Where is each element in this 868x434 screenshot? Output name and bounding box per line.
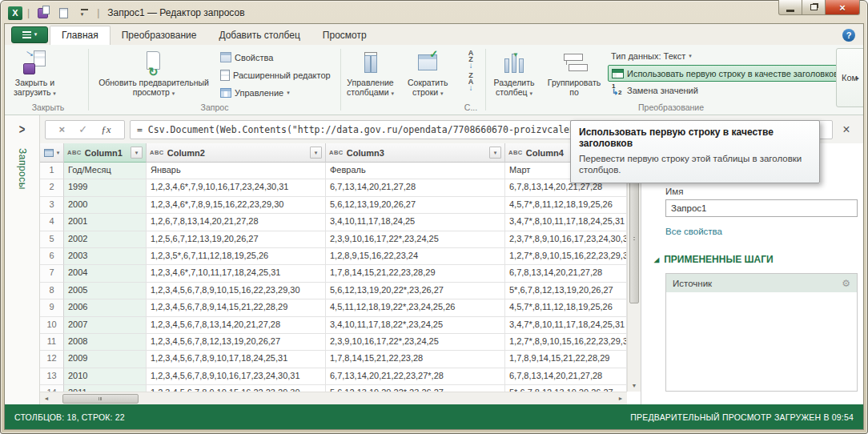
cell-column4[interactable]: 2,3,7*,8,9,10,16,17,23,24,30,31 <box>505 231 627 248</box>
cell-column2[interactable]: 1,2,3,4,5,6,7,8,9,10,15,16,22,23,29,30 <box>147 283 326 299</box>
cell-column4[interactable]: 1,2,7*,8,9,10,15,16,22,23,29,30 <box>505 334 627 351</box>
horizontal-scrollbar[interactable]: ◄ ► <box>40 392 627 404</box>
cell-column3[interactable]: 3,4,10,11,17,18,22*,23,24,25 <box>326 317 505 334</box>
cell-column1[interactable]: Год/Месяц <box>64 163 147 179</box>
gear-icon[interactable]: ⚙ <box>842 278 850 289</box>
help-icon[interactable]: ? <box>842 29 855 42</box>
scrollbar-thumb[interactable] <box>629 175 639 303</box>
column-header-column3[interactable]: ABC Column3 ▾ <box>326 143 505 163</box>
row-number[interactable]: 6 <box>40 248 64 265</box>
row-number[interactable]: 7 <box>40 265 64 282</box>
row-number[interactable]: 1 <box>40 163 64 179</box>
cell-column1[interactable]: 2006 <box>64 299 147 316</box>
scroll-right-icon[interactable]: ► <box>614 396 627 401</box>
manage-columns-button[interactable]: Управление столбцами ▾ <box>343 46 398 98</box>
cell-column2[interactable]: 1,2,3,4,5,6,7,8,9,10,17,18,24,25,31 <box>147 351 326 368</box>
scrollbar-thumb[interactable] <box>62 394 139 404</box>
row-number[interactable]: 4 <box>40 214 64 231</box>
cell-column4[interactable]: 3,4,7*,8,10,11,17,18,24,25,31 <box>505 317 627 334</box>
sort-ascending-button[interactable]: AZ↓ <box>462 50 480 69</box>
row-number[interactable]: 14 <box>40 385 64 392</box>
cell-column2[interactable]: 1,2,5,6,7,12,13,19,20,26,27 <box>147 231 326 248</box>
scroll-down-icon[interactable]: ▼ <box>628 380 641 392</box>
cell-column1[interactable]: 2008 <box>64 334 147 351</box>
cell-column2[interactable]: 1,2,3,4,5,6,7,8,9,10,16,17,23,24,30,31 <box>147 368 326 385</box>
cell-column4[interactable]: 5*,6,7,8,12,13,19,20,26,27 <box>505 385 627 392</box>
cell-column1[interactable]: 2004 <box>64 265 147 282</box>
step-item-source[interactable]: Источник ⚙ <box>666 274 857 292</box>
all-properties-link[interactable]: Все свойства <box>665 227 850 236</box>
replace-values-button[interactable]: 1↳2 Замена значений <box>608 83 854 98</box>
tab-home[interactable]: Главная <box>50 26 111 45</box>
cell-column3[interactable]: 2,3,9,10,16,17,22*,23,24,25 <box>326 231 505 248</box>
cell-column2[interactable]: 1,2,3,4,6*,7,8,9,15,16,22,23,29,30 <box>147 197 326 214</box>
file-menu-button[interactable]: ▾ <box>11 26 48 43</box>
cell-column3[interactable]: 2,3,9,10,16,17,22*,23,24,25 <box>326 334 505 351</box>
advanced-editor-button[interactable]: Расширенный редактор <box>217 67 339 82</box>
cell-column1[interactable]: 2001 <box>64 214 147 231</box>
cell-column3[interactable]: 1,7,8,14,15,21,22,23,28,29 <box>326 265 505 282</box>
cell-column1[interactable]: 1999 <box>64 179 147 196</box>
cell-column4[interactable]: 6,7,8,13,14,20,21,27,28 <box>505 265 627 282</box>
close-button[interactable]: × <box>825 0 860 15</box>
column-header-column1[interactable]: ABC Column1 ▾ <box>64 143 147 163</box>
split-column-button[interactable]: ▼ Разделить столбец ▾ <box>488 46 540 98</box>
tab-view[interactable]: Просмотр <box>311 26 378 45</box>
row-number[interactable]: 10 <box>40 317 64 334</box>
scroll-left-icon[interactable]: ◄ <box>40 396 53 401</box>
row-number[interactable]: 12 <box>40 351 64 368</box>
cell-column3[interactable]: 5,6,12,13,19,20,22*,23,26,27 <box>326 283 505 299</box>
sort-descending-button[interactable]: ZA↓ <box>462 72 480 91</box>
cell-column1[interactable]: 2002 <box>64 231 147 248</box>
queries-pane-collapsed[interactable]: > Запросы <box>5 115 40 404</box>
row-number[interactable]: 11 <box>40 334 64 351</box>
column-header-column2[interactable]: ABC Column2 ▾ <box>147 143 326 163</box>
cell-column4[interactable]: 5*,6,7,8,12,13,19,20,26,27 <box>505 283 627 299</box>
use-first-row-as-headers-button[interactable]: Использовать первую строку в качестве за… <box>608 65 854 82</box>
tab-transform[interactable]: Преобразование <box>111 26 208 45</box>
properties-button[interactable]: Свойства <box>217 50 339 65</box>
cell-column2[interactable]: 1,2,3,4,5,6,7,8,9,10,15,16,22,23,29,30 <box>147 385 326 392</box>
row-number[interactable]: 2 <box>40 179 64 196</box>
minimize-button[interactable] <box>778 0 802 15</box>
query-name-input[interactable] <box>665 199 858 217</box>
manage-button[interactable]: Управление▾ <box>217 85 339 100</box>
cell-column2[interactable]: 1,2,3,4,5,6,7,8,13,14,20,21,27,28 <box>147 317 326 334</box>
cell-column4[interactable]: 4,5,7*,8,11,12,18,19,25,26 <box>505 299 627 316</box>
cell-column1[interactable]: 2010 <box>64 368 147 385</box>
filter-button[interactable]: ▾ <box>131 147 143 159</box>
qat-customize-button[interactable]: ▾ <box>76 6 92 20</box>
cell-column2[interactable]: 1,2,3,4,6*,7,10,11,17,18,24,25,31 <box>147 265 326 282</box>
cell-column1[interactable]: 2009 <box>64 351 147 368</box>
cell-column3[interactable]: 6,7,13,14,20,21,22,23,27*,28 <box>326 368 505 385</box>
row-number[interactable]: 5 <box>40 231 64 248</box>
commit-formula-icon[interactable]: ✓ <box>78 123 87 135</box>
restore-button[interactable] <box>802 0 825 15</box>
cell-column3[interactable]: 1,2,8,9,15,16,22,23,24 <box>326 248 505 265</box>
cell-column1[interactable]: 2007 <box>64 317 147 334</box>
close-pane-icon[interactable]: × <box>838 123 855 136</box>
filter-button[interactable]: ▾ <box>310 147 322 159</box>
cell-column2[interactable]: 1,2,6,7,8,13,14,20,21,27,28 <box>147 214 326 231</box>
cell-column3[interactable]: 6,7,13,14,20,21,27,28 <box>326 179 505 196</box>
cell-column3[interactable]: 4,5,11,12,18,19,22*,23,24,25,26 <box>326 299 505 316</box>
row-number[interactable]: 3 <box>40 197 64 214</box>
cell-column4[interactable]: 4,5,7*,8,11,12,18,19,25,26 <box>505 197 627 214</box>
cell-column2[interactable]: 1,2,3,4,5,6,7,8,12,13,19,20,26,27 <box>147 334 326 351</box>
vertical-scrollbar[interactable]: ▲ ▼ <box>627 163 641 392</box>
cell-column1[interactable]: 2011 <box>64 385 147 392</box>
close-and-load-button[interactable]: → Закрыть и загрузить ▾ <box>10 46 60 98</box>
qat-close-and-load-button[interactable] <box>34 6 50 20</box>
expand-pane-icon[interactable]: > <box>19 122 26 138</box>
data-type-button[interactable]: Тип данных: Текст▾ <box>608 49 854 63</box>
table-select-all-button[interactable]: ▾ <box>40 143 64 163</box>
cell-column4[interactable]: 1,7,8,9,14,15,21,22,28,29 <box>505 351 627 368</box>
cell-column1[interactable]: 2003 <box>64 248 147 265</box>
cell-column2[interactable]: 1,2,3,5*,6,7,11,12,18,19,25,26 <box>147 248 326 265</box>
row-number[interactable]: 13 <box>40 368 64 385</box>
cell-column3[interactable]: Февраль <box>326 163 505 179</box>
cell-column1[interactable]: 2000 <box>64 197 147 214</box>
group-by-button[interactable]: Группировать по <box>540 46 608 97</box>
cell-column1[interactable]: 2005 <box>64 283 147 299</box>
qat-refresh-button[interactable] <box>55 6 71 20</box>
